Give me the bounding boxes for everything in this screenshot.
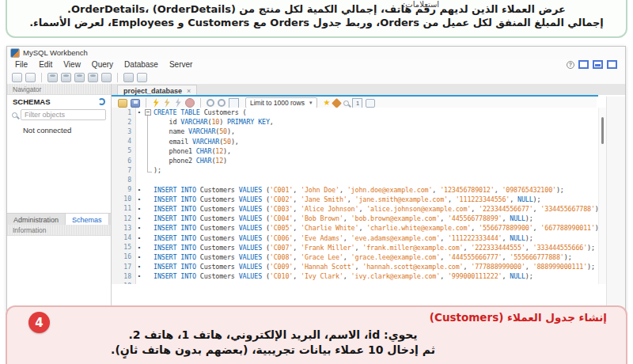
- menu-server[interactable]: Server: [169, 60, 192, 69]
- code-text: phone1 CHAR(12),: [154, 147, 231, 155]
- statement-marker-icon: •: [135, 235, 143, 241]
- line-number: 9: [112, 186, 135, 193]
- vertical-scrollbar[interactable]: [598, 108, 606, 284]
- refresh-icon[interactable]: [98, 98, 105, 105]
- line-number: 10: [112, 195, 135, 203]
- code-fold-icon[interactable]: [145, 109, 151, 116]
- menu-view[interactable]: View: [63, 60, 81, 69]
- model-icon[interactable]: [101, 73, 112, 82]
- code-line[interactable]: 18•INSERT INTO Customers VALUES ('C010',…: [112, 271, 598, 281]
- bottom-note-body: يحوي: id، الاسم، البريد الإلكتروني، هاتف…: [7, 328, 539, 358]
- tab-administration[interactable]: Administration: [7, 214, 65, 226]
- line-number: 3: [112, 128, 135, 135]
- code-line[interactable]: 6 phone2 CHAR(12): [112, 156, 598, 165]
- new-connection-icon[interactable]: [47, 73, 58, 82]
- code-line[interactable]: 1•CREATE TABLE Customers (: [112, 108, 598, 117]
- menu-edit[interactable]: Edit: [39, 60, 52, 69]
- row-limit-dropdown[interactable]: Limit to 1000 rows ▾: [245, 97, 317, 108]
- save-icon[interactable]: [131, 99, 140, 108]
- stop-icon[interactable]: [185, 98, 195, 108]
- code-text: email VARCHAR(50),: [154, 138, 239, 146]
- line-number: 11: [112, 205, 135, 212]
- schemas-label: SCHEMAS: [13, 97, 98, 106]
- minimize-button[interactable]: [578, 60, 589, 69]
- open-script-icon[interactable]: [25, 73, 36, 82]
- toolbar-separator: [117, 73, 118, 82]
- line-number: 5: [112, 147, 135, 154]
- window-controls: ?: [567, 60, 625, 69]
- commit-icon[interactable]: [218, 99, 226, 107]
- database-icon[interactable]: [61, 73, 71, 82]
- execute-script-icon[interactable]: [152, 98, 160, 108]
- toggle-autocommit-icon[interactable]: [207, 99, 214, 107]
- database-icon[interactable]: [88, 73, 98, 82]
- vertical-scrollbar-thumb[interactable]: [601, 117, 604, 144]
- statement-marker-icon: •: [135, 187, 143, 193]
- sidebar-bottom-tabs: Administration Schemas: [7, 213, 111, 226]
- toggle-invisible-chars-icon[interactable]: 1: [352, 98, 362, 108]
- code-line[interactable]: 14•INSERT INTO Customers VALUES ('C006',…: [112, 233, 598, 242]
- preferences-icon[interactable]: [137, 73, 147, 82]
- menu-query[interactable]: Query: [92, 60, 113, 69]
- mysql-workbench-window: MySQL Workbench FileEditViewQueryDatabas…: [6, 46, 626, 312]
- menu-file[interactable]: File: [15, 60, 28, 69]
- code-line[interactable]: 15•INSERT INTO Customers VALUES ('C007',…: [112, 243, 598, 252]
- find-icon[interactable]: [343, 100, 349, 106]
- code-text: name VARCHAR(50),: [154, 127, 235, 135]
- code-text: INSERT INTO Customers VALUES ('C008', 'G…: [154, 253, 572, 261]
- line-number: 15: [112, 244, 135, 251]
- code-line[interactable]: 4 email VARCHAR(50),: [112, 137, 598, 146]
- clean-icon[interactable]: [332, 98, 343, 108]
- code-line[interactable]: 16•INSERT INTO Customers VALUES ('C008',…: [112, 252, 598, 262]
- close-button[interactable]: [607, 60, 617, 69]
- statement-marker-icon: •: [135, 245, 143, 251]
- sql-editor-area: project_database × Limit to 1000 rows: [112, 84, 625, 311]
- filter-objects-input[interactable]: Filter objects: [21, 109, 106, 120]
- code-line[interactable]: 10•INSERT INTO Customers VALUES ('C002',…: [112, 195, 598, 204]
- editor-tab-strip: project_database ×: [112, 84, 625, 95]
- code-line[interactable]: 9•INSERT INTO Customers VALUES ('C001', …: [112, 185, 598, 195]
- line-number: 16: [112, 253, 135, 260]
- code-line[interactable]: 2 id VARCHAR(10) PRIMARY KEY,: [112, 117, 598, 127]
- statement-marker-icon: •: [135, 225, 143, 231]
- bottom-note-line1: يحوي: id، الاسم، البريد الإلكتروني، هاتف…: [7, 328, 539, 343]
- close-tab-icon[interactable]: ×: [187, 87, 191, 95]
- migration-icon[interactable]: [123, 73, 134, 82]
- code-text: INSERT INTO Customers VALUES ('C003', 'A…: [154, 205, 598, 213]
- code-text: INSERT INTO Customers VALUES ('C005', 'C…: [154, 224, 598, 232]
- code-line[interactable]: 11•INSERT INTO Customers VALUES ('C003',…: [112, 204, 598, 214]
- code-line[interactable]: 12•INSERT INTO Customers VALUES ('C004',…: [112, 214, 598, 223]
- toolbar-separator: [41, 73, 42, 82]
- execute-statement-icon[interactable]: [163, 98, 171, 108]
- code-line[interactable]: 17•INSERT INTO Customers VALUES ('C009',…: [112, 262, 598, 271]
- open-file-icon[interactable]: [118, 99, 127, 108]
- collapsed-side-panel: [606, 97, 625, 311]
- code-line[interactable]: 5 phone1 CHAR(12),: [112, 146, 598, 156]
- rollback-icon[interactable]: [229, 98, 239, 108]
- tab-schemas[interactable]: Schemas: [65, 214, 109, 226]
- sql-code-editor[interactable]: 1•CREATE TABLE Customers (2 id VARCHAR(1…: [112, 108, 598, 284]
- wrap-text-icon[interactable]: [366, 99, 375, 108]
- code-line[interactable]: 7);: [112, 165, 598, 175]
- code-line[interactable]: 3 name VARCHAR(50),: [112, 127, 598, 136]
- code-line[interactable]: 19: [112, 281, 598, 284]
- code-text: id VARCHAR(10) PRIMARY KEY,: [154, 118, 274, 126]
- database-icon[interactable]: [74, 73, 85, 82]
- maximize-button[interactable]: [593, 60, 603, 69]
- beautify-wizard-icon[interactable]: ★: [324, 99, 331, 107]
- window-title: MySQL Workbench: [23, 48, 88, 57]
- screenshot-stage: استعلامات: عرض العملاء الذين لديهم رقم ه…: [0, 0, 633, 364]
- menu-bar-items: FileEditViewQueryDatabaseServer: [15, 60, 192, 69]
- code-lines: 1•CREATE TABLE Customers (2 id VARCHAR(1…: [112, 108, 598, 284]
- new-query-tab-icon[interactable]: [12, 73, 22, 82]
- code-line[interactable]: 13•INSERT INTO Customers VALUES ('C005',…: [112, 223, 598, 233]
- code-text: INSERT INTO Customers VALUES ('C001', 'J…: [154, 186, 564, 194]
- tab-project-database[interactable]: project_database ×: [117, 85, 197, 96]
- menu-database[interactable]: Database: [124, 60, 158, 69]
- schema-filter-row: Filter objects: [7, 108, 111, 121]
- help-icon[interactable]: ?: [567, 61, 574, 69]
- code-fold-guide: [147, 116, 148, 173]
- explain-icon[interactable]: [174, 98, 182, 108]
- code-line[interactable]: 8: [112, 175, 598, 184]
- line-number: 1: [112, 109, 135, 116]
